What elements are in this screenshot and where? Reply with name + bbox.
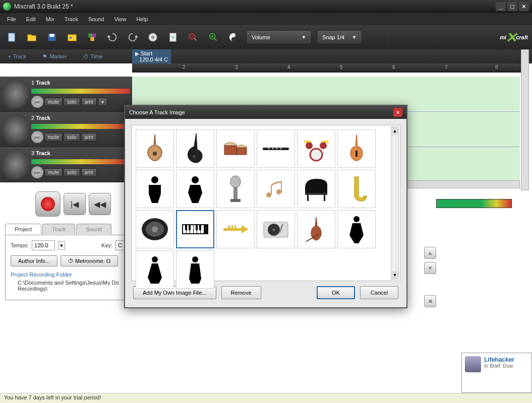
image-option-bongos[interactable] — [216, 129, 255, 168]
undo-icon[interactable] — [105, 30, 120, 45]
close-button[interactable]: × — [519, 2, 529, 11]
rewind-start-button[interactable]: |◀ — [64, 193, 86, 215]
dialog-close-button[interactable]: × — [393, 108, 402, 117]
menu-mix[interactable]: Mix — [41, 14, 60, 24]
minimize-button[interactable]: _ — [496, 2, 506, 11]
library-icon[interactable] — [65, 30, 80, 45]
notification-popup[interactable]: Lifehacker In Brief: Dow — [461, 353, 532, 393]
tab-track[interactable]: Track — [42, 224, 75, 234]
timeline-ruler[interactable]: 2 3 4 5 6 7 8 — [132, 63, 527, 73]
menu-track[interactable]: Track — [60, 14, 83, 24]
menu-help[interactable]: Help — [131, 14, 153, 24]
tempo-input[interactable] — [32, 240, 55, 250]
rewind-button[interactable]: ◀◀ — [89, 193, 111, 215]
track-image-icon[interactable] — [2, 149, 29, 179]
image-option-bass-guitar[interactable] — [176, 129, 214, 168]
volume-dropdown[interactable]: Volume▼ — [246, 30, 312, 44]
add-track-button[interactable]: + Track — [0, 53, 34, 59]
notification-title: Lifehacker — [484, 356, 514, 363]
pan-knob[interactable]: pan — [31, 166, 43, 178]
mute-button[interactable]: mute — [44, 133, 63, 142]
svg-point-15 — [193, 155, 196, 158]
timeline-start: ▶ Start 120.0 4/4 C — [132, 49, 171, 63]
svg-point-66 — [353, 216, 360, 222]
image-option-acoustic-guitar[interactable] — [136, 129, 174, 168]
svg-point-29 — [321, 141, 329, 143]
zoom-out-icon[interactable] — [186, 30, 201, 45]
image-option-trumpet[interactable] — [216, 210, 255, 248]
image-option-drum-kit[interactable] — [297, 129, 335, 168]
image-option-male-silhouette-1[interactable] — [136, 170, 174, 208]
solo-button[interactable]: solo — [64, 133, 80, 142]
image-option-speaker[interactable] — [136, 210, 174, 248]
track-image-icon[interactable] — [2, 79, 29, 109]
track-dropdown[interactable]: ▾ — [98, 98, 107, 106]
yinyang-icon[interactable] — [226, 30, 241, 45]
track-row[interactable]: 3 Track pan mute solo arm — [0, 147, 132, 182]
menu-view[interactable]: View — [109, 14, 132, 24]
marker-button[interactable]: ⚑ Marker — [34, 53, 75, 60]
tempo-stepper[interactable]: ▾ — [58, 241, 65, 250]
maximize-button[interactable]: □ — [507, 2, 517, 11]
zoom-in-icon[interactable] — [206, 30, 221, 45]
image-option-male-silhouette-2[interactable] — [176, 170, 214, 208]
pan-knob[interactable]: pan — [31, 96, 43, 108]
volume-slider[interactable] — [31, 89, 130, 94]
track-image-icon[interactable] — [2, 114, 29, 144]
image-option-electric-guitar[interactable] — [337, 129, 376, 168]
new-file-icon[interactable] — [4, 30, 19, 45]
track-row[interactable]: 2 Track pan mute solo arm — [0, 112, 132, 147]
arm-button[interactable]: arm — [81, 133, 97, 142]
time-button[interactable]: ⏱ Time — [75, 53, 111, 59]
image-option-keyboard[interactable] — [176, 210, 214, 248]
pan-knob[interactable]: pan — [31, 131, 43, 143]
image-option-clarinet[interactable] — [257, 129, 295, 168]
cd-icon[interactable] — [145, 30, 160, 45]
mute-button[interactable]: mute — [44, 98, 63, 106]
export-icon[interactable] — [165, 30, 181, 45]
open-file-icon[interactable] — [24, 30, 39, 45]
volume-slider[interactable] — [31, 124, 130, 129]
menu-file[interactable]: File — [2, 14, 21, 24]
solo-button[interactable]: solo — [64, 98, 80, 106]
svg-point-38 — [276, 189, 281, 194]
tab-sound[interactable]: Sound — [76, 224, 111, 234]
volume-slider[interactable] — [31, 159, 130, 164]
solo-button[interactable]: solo — [64, 168, 80, 177]
move-down-button[interactable]: ▼ — [424, 262, 436, 274]
image-option-female-silhouette-2[interactable] — [136, 250, 174, 289]
blocks-icon[interactable] — [85, 30, 100, 45]
image-option-violin[interactable] — [297, 210, 335, 248]
save-icon[interactable] — [44, 30, 60, 45]
scroll-down-button[interactable]: ▼ — [391, 271, 398, 279]
move-up-button[interactable]: ▲ — [424, 247, 436, 259]
arm-button[interactable]: arm — [81, 98, 97, 106]
delete-button[interactable]: ✖ — [424, 295, 436, 307]
scroll-up-button[interactable]: ▲ — [391, 127, 398, 135]
notification-subtitle: In Brief: Dow — [484, 363, 514, 369]
image-option-turntable[interactable] — [257, 210, 295, 248]
menu-sound[interactable]: Sound — [83, 14, 109, 24]
author-info-button[interactable]: Author Info... — [11, 255, 57, 266]
mute-button[interactable]: mute — [44, 168, 63, 177]
arm-button[interactable]: arm — [81, 168, 97, 177]
image-option-female-silhouette-1[interactable] — [337, 210, 376, 248]
vertical-scrollbar[interactable] — [521, 49, 529, 190]
menu-edit[interactable]: Edit — [21, 14, 41, 24]
metronome-button[interactable]: ⏱ Metronome: O — [61, 255, 118, 266]
svg-rect-17 — [224, 146, 237, 155]
tab-project[interactable]: Project — [5, 224, 41, 234]
svg-point-21 — [268, 148, 270, 150]
grid-scrollbar[interactable]: ▲ ▼ — [391, 126, 399, 280]
track-row[interactable]: 1 Track pan mute solo arm ▾ — [0, 77, 132, 112]
snap-dropdown[interactable]: Snap 1/4▼ — [317, 30, 362, 44]
toolbar: Volume▼ Snap 1/4▼ mi✕craft — [0, 25, 532, 49]
redo-icon[interactable] — [125, 30, 140, 45]
image-option-microphone[interactable] — [216, 170, 255, 208]
image-option-female-silhouette-3[interactable] — [176, 250, 214, 289]
image-option-music-notes[interactable] — [257, 170, 295, 208]
record-button[interactable] — [35, 191, 61, 217]
image-option-grand-piano[interactable] — [297, 170, 335, 208]
image-option-saxophone[interactable] — [337, 170, 376, 208]
svg-rect-40 — [305, 193, 327, 195]
